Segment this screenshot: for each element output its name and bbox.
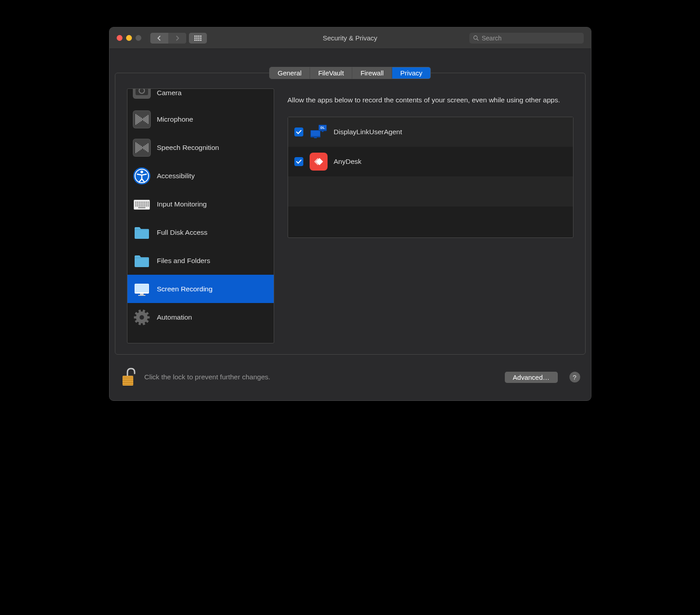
sidebar-item-microphone[interactable]: Microphone bbox=[127, 105, 274, 133]
sidebar-item-automation[interactable]: Automation bbox=[127, 303, 274, 331]
titlebar: Security & Privacy bbox=[109, 27, 591, 49]
svg-rect-36 bbox=[141, 146, 142, 149]
show-all-button[interactable] bbox=[189, 33, 207, 44]
svg-rect-39 bbox=[145, 145, 146, 150]
svg-rect-10 bbox=[198, 40, 199, 41]
footer: Click the lock to prevent further change… bbox=[115, 355, 586, 395]
unlock-icon bbox=[121, 368, 137, 387]
svg-rect-71 bbox=[138, 207, 145, 208]
app-list[interactable]: DL DisplayLinkUserAgent AnyDesk bbox=[288, 117, 573, 238]
sidebar-item-input-monitoring[interactable]: Input Monitoring bbox=[127, 190, 274, 218]
search-input[interactable] bbox=[482, 35, 580, 42]
gear-icon bbox=[133, 308, 151, 326]
traffic-lights bbox=[117, 35, 141, 41]
svg-rect-58 bbox=[140, 203, 142, 205]
back-button[interactable] bbox=[150, 33, 168, 44]
svg-rect-3 bbox=[200, 35, 201, 37]
svg-rect-98 bbox=[122, 378, 133, 379]
advanced-button[interactable]: Advanced… bbox=[505, 372, 558, 383]
maximize-window-button[interactable] bbox=[136, 35, 141, 41]
tab-privacy[interactable]: Privacy bbox=[392, 67, 430, 79]
tab-firewall[interactable]: Firewall bbox=[352, 67, 392, 79]
tab-general[interactable]: General bbox=[270, 67, 310, 79]
svg-rect-26 bbox=[144, 118, 144, 121]
svg-rect-60 bbox=[144, 203, 145, 205]
svg-rect-66 bbox=[140, 205, 142, 206]
svg-rect-74 bbox=[140, 294, 144, 295]
svg-rect-101 bbox=[122, 384, 133, 385]
svg-rect-37 bbox=[142, 147, 143, 149]
svg-rect-90 bbox=[314, 137, 317, 138]
svg-rect-9 bbox=[196, 40, 197, 41]
svg-rect-32 bbox=[136, 142, 136, 153]
svg-rect-38 bbox=[144, 146, 144, 149]
svg-rect-78 bbox=[147, 316, 149, 318]
svg-rect-29 bbox=[148, 115, 149, 124]
sidebar-item-screen-recording[interactable]: Screen Recording bbox=[127, 275, 274, 303]
window-title: Security & Privacy bbox=[323, 34, 377, 42]
svg-rect-33 bbox=[137, 143, 138, 152]
svg-rect-55 bbox=[135, 203, 136, 205]
svg-text:DL: DL bbox=[320, 126, 325, 129]
keyboard-icon bbox=[133, 195, 151, 213]
svg-rect-70 bbox=[148, 205, 149, 206]
close-window-button[interactable] bbox=[117, 35, 122, 41]
nav-group bbox=[150, 33, 186, 44]
sidebar-item-files-and-folders[interactable]: Files and Folders bbox=[127, 246, 274, 275]
svg-rect-11 bbox=[200, 40, 201, 41]
sidebar-item-full-disk-access[interactable]: Full Disk Access bbox=[127, 218, 274, 246]
svg-rect-62 bbox=[148, 203, 149, 205]
svg-rect-61 bbox=[146, 203, 147, 205]
svg-rect-25 bbox=[142, 119, 143, 120]
svg-rect-89 bbox=[311, 131, 320, 136]
app-row-displaylinkuseragent[interactable]: DL DisplayLinkUserAgent bbox=[288, 117, 573, 147]
checkbox[interactable] bbox=[294, 157, 303, 166]
svg-rect-94 bbox=[322, 131, 324, 132]
sidebar-item-label: Input Monitoring bbox=[157, 200, 207, 208]
svg-rect-7 bbox=[200, 37, 201, 39]
check-icon bbox=[296, 158, 302, 165]
svg-rect-63 bbox=[135, 205, 136, 206]
lock-button[interactable] bbox=[120, 367, 138, 387]
svg-rect-65 bbox=[139, 205, 140, 206]
svg-rect-6 bbox=[198, 37, 199, 39]
monitor-icon bbox=[133, 280, 151, 298]
sidebar-item-label: Microphone bbox=[157, 115, 193, 123]
svg-rect-50 bbox=[140, 202, 142, 203]
svg-rect-15 bbox=[136, 88, 148, 95]
check-icon bbox=[296, 129, 302, 135]
forward-button[interactable] bbox=[168, 33, 186, 44]
tab-filevault[interactable]: FileVault bbox=[310, 67, 352, 79]
help-button[interactable]: ? bbox=[569, 372, 580, 382]
sidebar-item-label: Files and Folders bbox=[157, 257, 210, 265]
svg-line-13 bbox=[477, 39, 478, 40]
sidebar-item-accessibility[interactable]: Accessibility bbox=[127, 162, 274, 190]
svg-rect-57 bbox=[139, 203, 140, 205]
svg-rect-59 bbox=[142, 203, 144, 205]
sidebar-item-label: Screen Recording bbox=[157, 285, 213, 293]
security-privacy-window: Security & Privacy GeneralFileVaultFirew… bbox=[109, 27, 591, 401]
tabs: GeneralFileVaultFirewallPrivacy bbox=[115, 67, 586, 79]
grid-icon bbox=[194, 35, 201, 41]
app-row-empty bbox=[288, 176, 573, 206]
svg-rect-27 bbox=[145, 117, 146, 122]
search-field-wrap[interactable] bbox=[469, 33, 584, 44]
checkbox[interactable] bbox=[294, 127, 303, 136]
svg-rect-34 bbox=[138, 144, 139, 151]
sidebar-item-camera[interactable]: Camera bbox=[127, 89, 274, 105]
sidebar-item-label: Speech Recognition bbox=[157, 144, 219, 152]
svg-rect-83 bbox=[134, 316, 136, 318]
svg-rect-48 bbox=[137, 202, 138, 203]
minimize-window-button[interactable] bbox=[126, 35, 132, 41]
svg-rect-28 bbox=[146, 116, 147, 123]
privacy-category-list[interactable]: Camera Microphone Speech RecognitionAcce… bbox=[127, 88, 274, 343]
svg-rect-56 bbox=[137, 203, 138, 205]
svg-point-77 bbox=[140, 315, 144, 320]
sidebar-item-speech-recognition[interactable]: Speech Recognition bbox=[127, 133, 274, 162]
sidebar-item-label: Accessibility bbox=[157, 172, 195, 180]
app-name-label: DisplayLinkUserAgent bbox=[334, 128, 402, 136]
svg-rect-64 bbox=[137, 205, 138, 206]
app-row-anydesk[interactable]: AnyDesk bbox=[288, 147, 573, 176]
svg-rect-22 bbox=[138, 116, 139, 123]
sidebar-item-label: Camera bbox=[157, 89, 182, 97]
